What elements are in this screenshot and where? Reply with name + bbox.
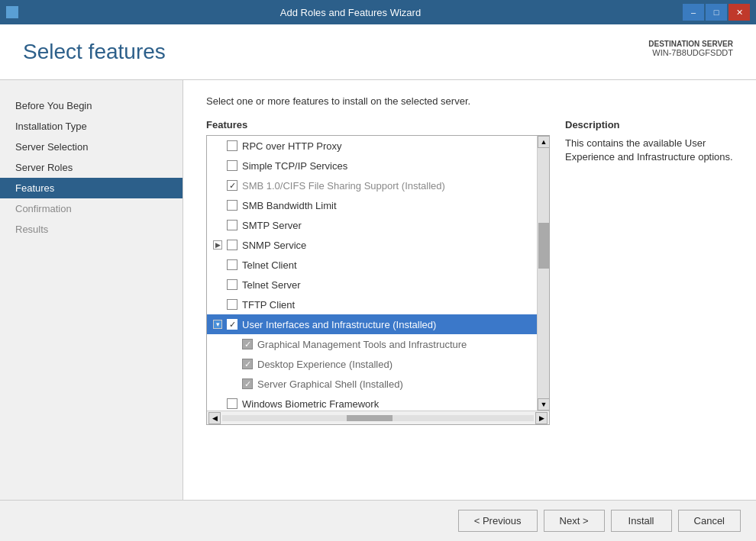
feature-label: Graphical Management Tools and Infrastru… [257,339,467,350]
feature-checkbox[interactable] [227,259,237,270]
close-button[interactable]: ✕ [729,4,750,21]
features-panel: Features RPC over HTTP Proxy [206,119,550,425]
feature-label: TFTP Client [242,299,295,311]
destination-label: DESTINATION SERVER [648,40,733,48]
titlebar-title: Add Roles and Features Wizard [18,7,683,18]
titlebar-controls: – □ ✕ [683,4,750,21]
scroll-up-button[interactable]: ▲ [538,136,550,148]
vertical-scrollbar[interactable]: ▲ ▼ [537,136,549,411]
feature-checkbox[interactable] [227,240,237,250]
list-item[interactable]: Windows Biometric Framework [207,394,549,411]
features-layout: Features RPC over HTTP Proxy [206,119,733,425]
content-description: Select one or more features to install o… [206,95,733,107]
feature-label: RPC over HTTP Proxy [242,140,342,152]
feature-checkbox[interactable] [227,180,237,191]
feature-label: Telnet Server [242,279,301,291]
destination-server-name: WIN-7B8UDGFSDDT [648,48,733,57]
feature-checkbox[interactable] [227,299,237,310]
sidebar-item-features[interactable]: Features [0,178,183,198]
cancel-button[interactable]: Cancel [678,510,741,532]
scroll-right-button[interactable]: ▶ [535,412,548,424]
feature-label: Desktop Experience (Installed) [257,359,393,370]
sidebar-item-before-you-begin[interactable]: Before You Begin [0,95,183,116]
feature-label: Windows Biometric Framework [242,398,379,410]
feature-checkbox[interactable] [227,160,237,171]
app-icon [6,6,18,18]
feature-checkbox[interactable] [227,200,237,211]
feature-checkbox[interactable] [242,378,253,389]
feature-checkbox[interactable] [242,359,253,369]
list-item[interactable]: Desktop Experience (Installed) [207,354,549,374]
feature-checkbox[interactable] [242,339,253,349]
list-item-selected[interactable]: ▾ User Interfaces and Infrastructure (In… [207,314,549,334]
list-item[interactable]: ▶ SNMP Service [207,235,549,255]
scroll-thumb[interactable] [538,223,549,269]
horizontal-scrollbar[interactable]: ◀ ▶ [207,411,549,424]
sidebar-item-confirmation: Confirmation [0,198,183,219]
features-label: Features [206,119,550,130]
list-item[interactable]: Server Graphical Shell (Installed) [207,374,549,394]
main-content: Select one or more features to install o… [183,80,756,500]
install-button[interactable]: Install [611,510,672,532]
description-text: This contains the available User Experie… [565,137,733,164]
feature-label: SMB 1.0/CIFS File Sharing Support (Insta… [242,180,445,192]
feature-checkbox[interactable] [227,398,237,409]
feature-label: SMTP Server [242,220,302,231]
list-item[interactable]: Simple TCP/IP Services [207,156,549,176]
destination-server-info: DESTINATION SERVER WIN-7B8UDGFSDDT [648,40,733,57]
hscroll-thumb[interactable] [347,415,393,421]
wizard: Select features DESTINATION SERVER WIN-7… [0,24,756,541]
feature-label: User Interfaces and Infrastructure (Inst… [242,319,436,330]
sidebar-item-server-roles[interactable]: Server Roles [0,157,183,178]
collapse-icon[interactable]: ▾ [213,320,222,329]
titlebar: Add Roles and Features Wizard – □ ✕ [0,0,756,24]
features-list-container: RPC over HTTP Proxy Simple TCP/IP Servic… [206,135,550,425]
scroll-left-button[interactable]: ◀ [208,412,221,424]
feature-checkbox[interactable] [227,279,237,290]
wizard-body: Before You Begin Installation Type Serve… [0,80,756,500]
feature-label: Simple TCP/IP Services [242,160,347,172]
list-item[interactable]: SMTP Server [207,215,549,235]
sidebar-item-installation-type[interactable]: Installation Type [0,116,183,137]
list-item[interactable]: RPC over HTTP Proxy [207,136,549,156]
description-panel: Description This contains the available … [565,119,733,425]
minimize-button[interactable]: – [683,4,704,21]
wizard-footer: < Previous Next > Install Cancel [0,500,756,541]
titlebar-left [6,6,18,18]
page-title: Select features [23,40,166,64]
scroll-down-button[interactable]: ▼ [538,398,550,411]
description-label: Description [565,119,733,130]
previous-button[interactable]: < Previous [458,510,538,532]
maximize-button[interactable]: □ [706,4,727,21]
sidebar-item-server-selection[interactable]: Server Selection [0,137,183,157]
list-item[interactable]: TFTP Client [207,295,549,314]
feature-label: Server Graphical Shell (Installed) [257,378,403,390]
list-item[interactable]: SMB Bandwidth Limit [207,195,549,215]
scroll-track[interactable] [538,148,549,398]
list-item[interactable]: Telnet Server [207,275,549,295]
expand-icon[interactable]: ▶ [213,240,222,250]
feature-checkbox[interactable] [227,319,237,330]
feature-label: SNMP Service [242,240,306,251]
feature-label: SMB Bandwidth Limit [242,200,337,211]
feature-checkbox[interactable] [227,220,237,230]
wizard-header: Select features DESTINATION SERVER WIN-7… [0,24,756,80]
list-item[interactable]: Telnet Client [207,255,549,275]
sidebar-item-results: Results [0,219,183,240]
feature-checkbox[interactable] [227,140,237,151]
list-item[interactable]: SMB 1.0/CIFS File Sharing Support (Insta… [207,176,549,195]
features-scroll[interactable]: RPC over HTTP Proxy Simple TCP/IP Servic… [207,136,549,411]
list-item[interactable]: Graphical Management Tools and Infrastru… [207,334,549,354]
next-button[interactable]: Next > [544,510,605,532]
feature-label: Telnet Client [242,259,297,271]
hscroll-track[interactable] [222,415,534,421]
sidebar: Before You Begin Installation Type Serve… [0,80,183,500]
